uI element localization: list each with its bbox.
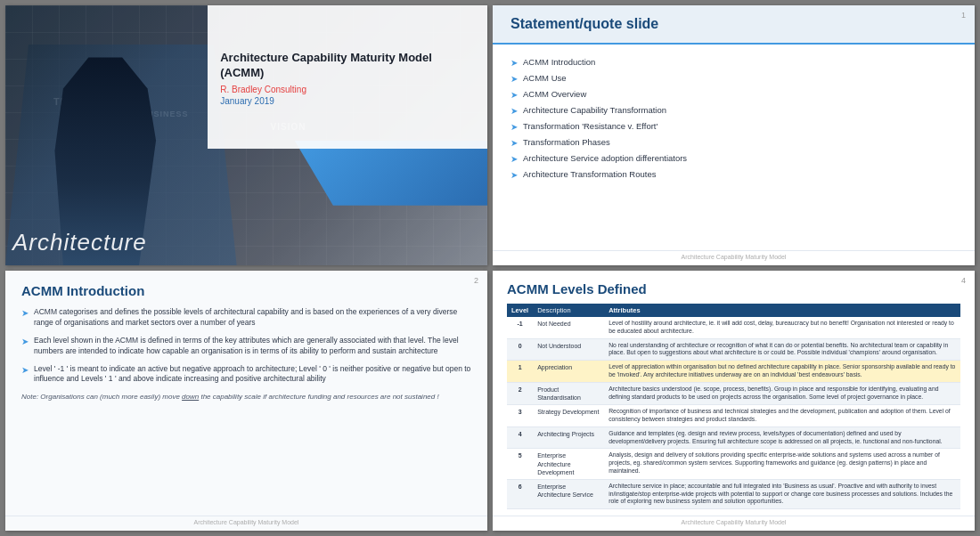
slide-2-footer: Architecture Capability Maturity Model (493, 250, 975, 260)
table-cell-level: 2 (507, 382, 533, 404)
table-cell-level: 3 (507, 405, 533, 427)
bullet-arrow-icon: ➤ (510, 105, 518, 117)
bullet-item: ➤Architecture Capability Transformation (510, 105, 957, 117)
table-row: 1 Appreciation Level of appreciation wit… (507, 361, 960, 383)
bullet-arrow-icon: ➤ (510, 73, 518, 85)
acmm-levels-table: Level Description Attributes -1 Not Need… (507, 304, 960, 509)
table-cell-attributes: Recognition of importance of business an… (604, 405, 960, 427)
bullet-arrow-icon: ➤ (510, 169, 518, 181)
bullet-item: ➤Each level shown in the ACMM is defined… (21, 336, 471, 357)
slide-1: TEAM BUSINESS PRODUCT VISION Architectur… (5, 5, 487, 265)
bullet-item: ➤ACMM Introduction (510, 57, 957, 69)
table-cell-attributes: No real understanding of architecture or… (604, 338, 960, 361)
bullet-text: Transformation Phases (523, 137, 610, 148)
slide-2-number: 1 (961, 11, 966, 20)
table-header-attributes: Attributes (604, 304, 960, 317)
table-cell-level: 6 (507, 479, 533, 508)
slide-3-title: ACMM Introduction (21, 283, 471, 298)
table-cell-level: 0 (507, 338, 533, 361)
bullet-arrow-icon: ➤ (510, 57, 518, 69)
bullet-text: Architecture Transformation Routes (523, 169, 656, 180)
table-cell-level: -1 (507, 317, 533, 338)
table-cell-attributes: Architecture service in place; accountab… (604, 479, 960, 508)
slide-2-header: Statement/quote slide (493, 5, 975, 45)
bullet-text: Transformation 'Resistance v. Effort' (523, 121, 657, 132)
bullet-item: ➤Transformation Phases (510, 137, 957, 149)
bullet-text: Architecture Capability Transformation (523, 105, 666, 116)
slide-3: 2 ACMM Introduction ➤ACMM categorises an… (5, 271, 487, 531)
table-row: 5 Enterprise Architecture Development An… (507, 449, 960, 479)
bullet-item: ➤ACMM categorises and defines the possib… (21, 307, 471, 329)
slide-1-date: January 2019 (220, 96, 477, 106)
slide-2-bullet-list: ➤ACMM Introduction➤ACMM Use➤ACMM Overvie… (510, 57, 957, 181)
slide-4-number: 4 (961, 276, 966, 285)
table-cell-attributes: Analysis, design and delivery of solutio… (604, 449, 960, 479)
architecture-watermark: Architecture (12, 229, 147, 256)
table-cell-description: Strategy Development (533, 405, 604, 427)
slide-3-bullet-list: ➤ACMM categorises and defines the possib… (21, 307, 471, 385)
bullet-arrow-icon: ➤ (510, 121, 518, 133)
slide-1-subtitle: R. Bradley Consulting (220, 85, 477, 94)
table-cell-description: Not Understood (533, 338, 604, 361)
bullet-text: Level ' -1 ' is meant to indicate an act… (34, 364, 471, 386)
table-cell-level: 5 (507, 449, 533, 479)
table-cell-description: Product Standardisation (533, 382, 604, 404)
bullet-text: ACMM Introduction (523, 57, 595, 68)
bullet-arrow-icon: ➤ (21, 336, 29, 348)
bullet-text: Each level shown in the ACMM is defined … (34, 336, 471, 357)
bullet-arrow-icon: ➤ (510, 137, 518, 149)
bullet-text: ACMM categorises and defines the possibl… (34, 307, 471, 329)
table-row: 3 Strategy Development Recognition of im… (507, 405, 960, 427)
table-cell-attributes: Level of hostility around architecture, … (604, 317, 960, 338)
table-cell-attributes: Level of appreciation within organisatio… (604, 361, 960, 383)
table-row: 0 Not Understood No real understanding o… (507, 338, 960, 361)
table-cell-description: Not Needed (533, 317, 604, 338)
bullet-text: ACMM Use (523, 73, 567, 84)
table-cell-level: 4 (507, 426, 533, 449)
slide-2: Statement/quote slide 1 ➤ACMM Introducti… (493, 5, 975, 265)
bullet-text: Architecture Service adoption differenti… (523, 153, 687, 164)
bullet-item: ➤Transformation 'Resistance v. Effort' (510, 121, 957, 133)
bullet-item: ➤Architecture Service adoption different… (510, 153, 957, 165)
bullet-arrow-icon: ➤ (21, 364, 29, 377)
bullet-item: ➤Level ' -1 ' is meant to indicate an ac… (21, 364, 471, 386)
table-row: 6 Enterprise Architecture Service Archit… (507, 479, 960, 508)
table-cell-level: 1 (507, 361, 533, 383)
bullet-item: ➤ACMM Use (510, 73, 957, 85)
table-cell-description: Enterprise Architecture Development (533, 449, 604, 479)
slide-4: 4 ACMM Levels Defined Level Description … (493, 271, 975, 531)
slide-2-title: Statement/quote slide (510, 16, 957, 32)
slide-4-footer: Architecture Capability Maturity Model (493, 516, 975, 525)
bullet-arrow-icon: ➤ (21, 307, 29, 320)
table-cell-description: Appreciation (533, 361, 604, 383)
table-cell-description: Enterprise Architecture Service (533, 479, 604, 508)
table-header-description: Description (533, 304, 604, 317)
table-cell-attributes: Guidance and templates (eg. design and r… (604, 426, 960, 449)
table-row: 4 Architecting Projects Guidance and tem… (507, 426, 960, 449)
bullet-item: ➤ACMM Overview (510, 89, 957, 101)
table-cell-description: Architecting Projects (533, 426, 604, 449)
bullet-arrow-icon: ➤ (510, 153, 518, 165)
slide-3-note: Note: Organisations can (much more easil… (21, 392, 471, 402)
bullet-text: ACMM Overview (523, 89, 586, 100)
slide-1-text-box: Architecture Capability Maturity Model (… (208, 5, 487, 149)
slide-3-footer: Architecture Capability Maturity Model (5, 516, 487, 525)
slide-4-title: ACMM Levels Defined (507, 281, 960, 296)
bullet-item: ➤Architecture Transformation Routes (510, 169, 957, 181)
table-row: 2 Product Standardisation Architecture b… (507, 382, 960, 404)
slide-1-title: Architecture Capability Maturity Model (… (220, 51, 477, 81)
table-header-level: Level (507, 304, 533, 317)
bullet-arrow-icon: ➤ (510, 89, 518, 101)
slide-3-number: 2 (474, 276, 478, 285)
table-cell-attributes: Architecture basics understood (ie. scop… (604, 382, 960, 404)
table-row: -1 Not Needed Level of hostility around … (507, 317, 960, 338)
